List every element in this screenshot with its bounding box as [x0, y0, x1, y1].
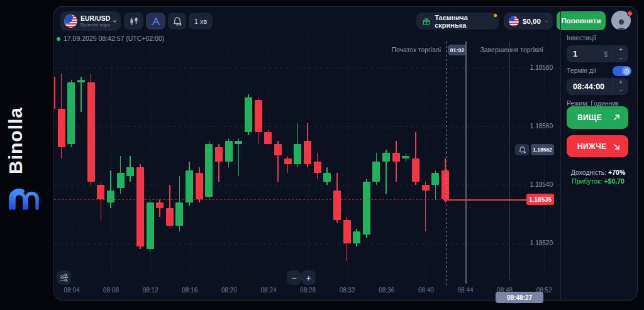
expiration-line	[509, 42, 510, 280]
time-grid-line	[111, 37, 112, 289]
candle-body	[431, 173, 439, 185]
candle-body	[294, 144, 301, 165]
candle-body	[343, 220, 351, 243]
time-grid-line	[190, 37, 191, 289]
candle-body	[87, 82, 95, 182]
expiration-time-badge: 08:48:27	[496, 292, 543, 303]
countdown-badge: 01:02	[448, 45, 467, 55]
time-grid-line	[544, 37, 545, 289]
time-grid-line	[229, 37, 230, 289]
candle-body	[58, 109, 65, 147]
candle-body	[136, 167, 144, 246]
candle-wick	[396, 141, 397, 182]
candle-body	[215, 147, 223, 162]
candle-body	[225, 141, 233, 162]
higher-label: ВИЩЕ	[577, 113, 602, 122]
candle-body	[205, 144, 213, 197]
candle-body	[323, 173, 331, 182]
payout-value: +70%	[608, 169, 625, 176]
lower-label: НИЖЧЕ	[577, 142, 607, 151]
price-grid-line	[54, 68, 560, 69]
investment-value: 1	[573, 50, 604, 58]
candle-body	[314, 162, 321, 174]
candle-body	[67, 82, 75, 144]
candle-body	[126, 167, 134, 176]
time-grid-line	[426, 37, 426, 289]
main-panel: EUR/USD Валютні пари	[53, 6, 638, 301]
chart-canvas[interactable]: 08:5208:4808:4408:4008:3608:3208:2808:24…	[54, 7, 560, 301]
candle-body	[441, 170, 449, 200]
candle-body	[422, 185, 430, 191]
clock-mode-toggle[interactable]	[613, 66, 631, 76]
sliders-icon	[60, 274, 69, 282]
chart-settings-button[interactable]	[57, 270, 71, 285]
candle-body	[304, 141, 311, 164]
candle-body	[54, 77, 55, 109]
trade-start-label: Початок торгівлі	[325, 46, 441, 53]
candle-body	[196, 173, 203, 199]
candle-body	[166, 208, 174, 226]
duration-label: Термін дії	[567, 67, 596, 74]
alert-price-badge: 1.18552	[531, 144, 554, 155]
trade-panel: Інвестиції 1 $ + − Термін дії	[560, 7, 638, 301]
profit-line: Прибуток: +$0,70	[561, 177, 635, 185]
time-grid-line	[505, 37, 506, 289]
investment-increase-button[interactable]: +	[613, 45, 628, 54]
time-grid-line	[72, 37, 72, 289]
candle-body	[77, 80, 85, 83]
zoom-out-button[interactable]: −	[287, 270, 301, 285]
time-decrease-button[interactable]: −	[613, 87, 628, 96]
candle-body	[363, 182, 370, 235]
candle-wick	[110, 170, 111, 208]
candle-body	[235, 141, 242, 144]
lower-button[interactable]: НИЖЧЕ	[567, 135, 628, 157]
price-grid-line	[54, 243, 560, 244]
time-grid-line	[347, 37, 348, 289]
candle-body	[186, 170, 193, 202]
investment-input[interactable]: 1 $ + −	[567, 45, 628, 62]
zoom-in-button[interactable]: +	[301, 270, 316, 285]
candle-body	[255, 100, 262, 132]
candle-body	[175, 202, 183, 226]
candle-body	[117, 173, 125, 187]
binolla-logo-icon	[9, 186, 39, 213]
current-price-line	[444, 199, 530, 201]
candle-body	[97, 185, 104, 199]
arrow-up-right-icon	[613, 114, 620, 121]
price-alert-button[interactable]	[515, 144, 529, 155]
brand-rail: Binolla	[0, 0, 53, 310]
candle-body	[284, 158, 292, 164]
candle-body	[264, 132, 272, 144]
purchase-deadline-line	[465, 42, 467, 284]
investment-decrease-button[interactable]: −	[613, 54, 628, 63]
candle-body	[382, 153, 390, 162]
candle-body	[412, 158, 419, 182]
time-increase-button[interactable]: +	[613, 78, 628, 87]
time-grid-line	[387, 37, 387, 289]
profit-value: +$0,70	[604, 177, 624, 185]
payout-line: Доходність: +70%	[561, 169, 635, 176]
arrow-down-right-icon	[613, 143, 620, 150]
candle-body	[353, 231, 360, 243]
candle-body	[107, 191, 114, 202]
time-grid-line	[150, 37, 151, 289]
higher-button[interactable]: ВИЩЕ	[567, 106, 628, 129]
clock-icon	[624, 69, 630, 74]
currency-symbol: $	[604, 50, 608, 58]
payout-label: Доходність:	[571, 169, 606, 176]
candle-body	[147, 202, 154, 249]
current-time-line	[447, 42, 447, 288]
expiration-time-input[interactable]: 08:44:00 + −	[567, 78, 628, 95]
expiration-time-value: 08:44:00	[573, 82, 613, 91]
investment-label: Інвестиції	[567, 34, 596, 42]
candle-body	[245, 97, 252, 133]
profit-label: Прибуток:	[572, 177, 602, 185]
current-price-badge: 1.18535	[526, 194, 554, 205]
time-grid-line	[269, 37, 269, 289]
brand-wordmark: Binolla	[5, 93, 40, 187]
candle-body	[274, 144, 282, 156]
candle-body	[156, 202, 164, 208]
candle-body	[333, 191, 341, 220]
candle-body	[392, 153, 400, 162]
candle-body	[372, 162, 380, 182]
